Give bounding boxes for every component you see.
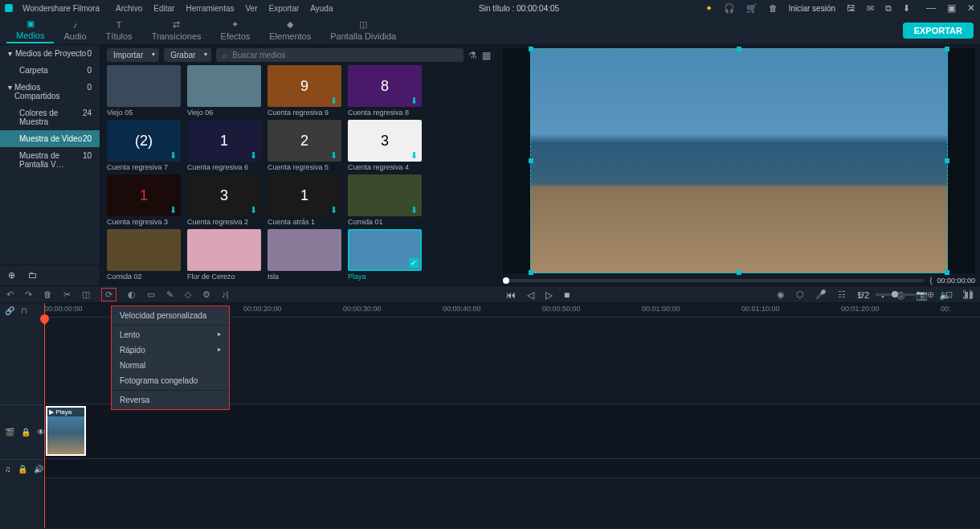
stop-icon[interactable]: ■ <box>564 289 570 301</box>
media-thumbnail[interactable]: 9⬇Cuenta regresiva 9 <box>267 65 341 117</box>
tab-split-screen[interactable]: ◫Pantalla Dividida <box>321 18 406 43</box>
snapshot-icon[interactable]: 📷 <box>916 289 928 301</box>
menu-export[interactable]: Exportar <box>269 4 300 13</box>
scrub-track[interactable] <box>503 279 925 282</box>
redo-icon[interactable]: ↷ <box>25 289 32 300</box>
speaker-icon[interactable]: 🔊 <box>34 465 43 474</box>
window-restore-icon[interactable]: ▣ <box>947 2 956 14</box>
zoom-slider[interactable] <box>876 293 916 296</box>
media-thumbnail[interactable]: Viejo 06 <box>187 65 261 117</box>
tab-titles[interactable]: TTítulos <box>96 18 142 43</box>
menu-tools[interactable]: Herramientas <box>186 4 234 13</box>
grid-view-icon[interactable]: ▦ <box>482 50 491 61</box>
login-link[interactable]: Iniciar sesión <box>789 4 835 13</box>
save-icon[interactable]: 🖫 <box>847 3 855 13</box>
tab-elements[interactable]: ◆Elementos <box>259 18 321 43</box>
voiceover-icon[interactable]: 🎤 <box>815 289 827 300</box>
color-icon[interactable]: ◐ <box>128 289 136 300</box>
menu-fast[interactable]: Rápido <box>112 342 229 358</box>
delete-icon[interactable]: 🗑 <box>43 289 52 299</box>
sidebar-item[interactable]: Carpeta0 <box>0 62 100 79</box>
media-thumbnail[interactable]: 8⬇Cuenta regresiva 8 <box>348 65 422 117</box>
audio-tool-icon[interactable]: ♪| <box>222 289 228 299</box>
export-button[interactable]: EXPORTAR <box>903 23 974 39</box>
media-thumbnail[interactable]: 3⬇Cuenta regresiva 4 <box>348 120 422 171</box>
cart-icon[interactable]: 🛒 <box>746 3 757 14</box>
zoom-fit-icon[interactable]: ⊡ <box>945 289 953 300</box>
sidebar-item[interactable]: Muestra de Video20 <box>0 130 100 147</box>
menu-view[interactable]: Ver <box>245 4 257 13</box>
link-icon[interactable]: 🔗 <box>5 306 14 315</box>
menu-edit[interactable]: Editar <box>153 4 174 13</box>
audio-track-1[interactable] <box>44 459 980 478</box>
magnet-icon[interactable]: ⊓ <box>21 306 27 315</box>
menu-freeze-frame[interactable]: Fotograma congelado <box>112 373 229 388</box>
import-dropdown[interactable]: Importar <box>107 48 159 62</box>
tab-media[interactable]: ▣Medios <box>6 17 54 43</box>
audio-lock-icon[interactable]: 🔒 <box>18 465 27 474</box>
video-track-1[interactable]: ▶ Playa <box>44 404 980 459</box>
media-thumbnail[interactable]: Flor de Cerezo <box>187 229 261 281</box>
open-folder-icon[interactable]: 🗀 <box>28 270 37 281</box>
media-thumbnail[interactable]: ✓Playa <box>348 229 422 281</box>
tip-icon[interactable]: ✦ <box>705 3 713 14</box>
filter-icon[interactable]: ⚗ <box>468 50 477 61</box>
record-screen-icon[interactable]: ⧉ <box>885 3 892 14</box>
playhead[interactable] <box>44 303 45 528</box>
menu-custom-speed[interactable]: Velocidad personalizada <box>112 308 229 323</box>
cut-icon[interactable]: ✂ <box>63 289 71 300</box>
sidebar-item[interactable]: Muestra de Pantalla V…10 <box>0 147 100 173</box>
media-thumbnail[interactable]: Comida 02 <box>107 229 181 281</box>
zoom-in-icon[interactable]: ⊕ <box>927 289 934 300</box>
zoom-out-icon[interactable]: ⊖ <box>857 289 864 300</box>
menu-reverse[interactable]: Reversa <box>112 392 229 408</box>
render-icon[interactable]: ⬡ <box>796 289 804 300</box>
search-input[interactable]: ⌕ Buscar medios <box>216 48 463 62</box>
sidebar-item[interactable]: Colores de Muestra24 <box>0 105 100 130</box>
green-screen-icon[interactable]: ▭ <box>147 289 155 300</box>
menu-normal[interactable]: Normal <box>112 358 229 373</box>
music-track-icon[interactable]: ♫ <box>5 465 11 474</box>
timeline-list-icon[interactable]: ▮▮ <box>964 289 974 300</box>
media-thumbnail[interactable]: (2)⬇Cuenta regresiva 7 <box>107 120 181 171</box>
marker-icon[interactable]: ◉ <box>777 289 785 300</box>
sidebar-item[interactable]: ▾Medios de Proyecto0 <box>0 45 100 62</box>
keyframe-icon[interactable]: ◇ <box>185 289 191 300</box>
settings-icon[interactable]: ⚙ <box>202 289 210 300</box>
media-thumbnail[interactable]: Viejo 05 <box>107 65 181 117</box>
menu-slow[interactable]: Lento <box>112 327 229 342</box>
record-dropdown[interactable]: Grabar <box>164 48 211 62</box>
play-icon[interactable]: ▷ <box>545 289 553 301</box>
tab-transitions[interactable]: ⇄Transiciones <box>142 18 211 43</box>
message-icon[interactable]: ✉ <box>867 3 874 14</box>
menu-file[interactable]: Archivo <box>116 4 142 13</box>
media-thumbnail[interactable]: 2⬇Cuenta regresiva 5 <box>267 120 341 171</box>
mixer-icon[interactable]: ☷ <box>838 289 846 300</box>
tab-audio[interactable]: ♪Audio <box>54 18 96 43</box>
prev-frame-icon[interactable]: ⏮ <box>506 289 516 301</box>
tab-effects[interactable]: ✦Efectos <box>211 18 260 43</box>
media-thumbnail[interactable]: 1⬇Cuenta regresiva 6 <box>187 120 261 171</box>
adjust-icon[interactable]: ✎ <box>166 289 174 300</box>
media-thumbnail[interactable]: 1⬇Cuenta atrás 1 <box>267 174 341 226</box>
timeline-clip[interactable]: ▶ Playa <box>46 406 86 456</box>
media-thumbnail[interactable]: ⬇Comida 01 <box>348 174 422 226</box>
media-thumbnail[interactable]: 1⬇Cuenta regresiva 3 <box>107 174 181 226</box>
sidebar-item[interactable]: ▾Medios Compartidos0 <box>0 79 100 105</box>
trash-icon[interactable]: 🗑 <box>769 3 778 13</box>
lock-icon[interactable]: 🔒 <box>21 428 31 437</box>
video-track-icon[interactable]: 🎬 <box>5 428 14 437</box>
preview-canvas[interactable] <box>503 48 975 273</box>
media-thumbnail[interactable]: Isla <box>267 229 341 281</box>
menu-help[interactable]: Ayuda <box>310 4 333 13</box>
window-minimize-icon[interactable]: — <box>926 2 936 14</box>
headphones-icon[interactable]: 🎧 <box>724 3 735 14</box>
window-close-icon[interactable]: ✕ <box>967 2 975 14</box>
undo-icon[interactable]: ↶ <box>6 289 14 300</box>
new-folder-icon[interactable]: ⊕ <box>8 270 15 281</box>
play-back-icon[interactable]: ◁ <box>527 289 534 301</box>
crop-icon[interactable]: ◫ <box>82 289 90 300</box>
speed-button[interactable]: ⟳ <box>101 288 116 301</box>
download-icon[interactable]: ⬇ <box>903 3 910 14</box>
media-thumbnail[interactable]: 3⬇Cuenta regresiva 2 <box>187 174 261 226</box>
